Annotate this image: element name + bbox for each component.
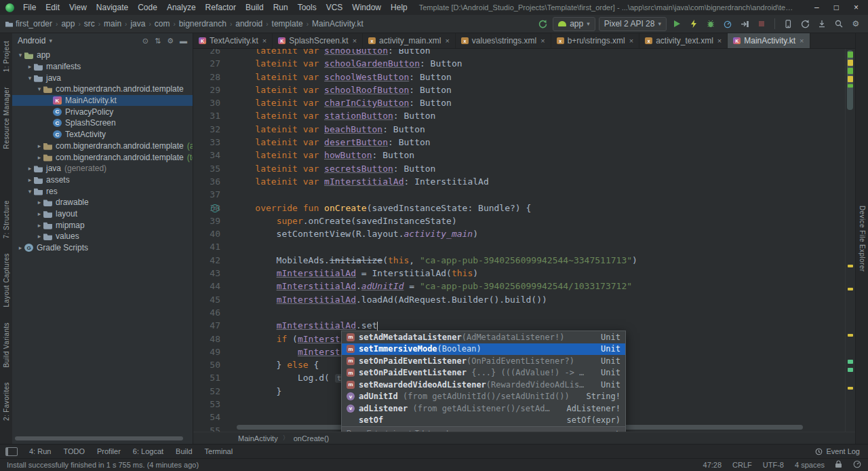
tree-arrow-icon[interactable]: ▾ xyxy=(35,86,43,92)
menu-code[interactable]: Code xyxy=(133,3,162,12)
tree-arrow-icon[interactable]: ▸ xyxy=(26,165,34,172)
device-selector[interactable]: Pixel 2 API 28 ▾ xyxy=(599,17,667,31)
tree-item-res[interactable]: ▾res xyxy=(12,185,193,197)
completion-item-setonpaideventlistener[interactable]: msetOnPaidEventListener(OnPaidEventListe… xyxy=(342,355,625,367)
run-configuration-selector[interactable]: app ▾ xyxy=(553,17,595,31)
breadcrumb-com[interactable]: com xyxy=(155,19,170,29)
sync-project-icon[interactable] xyxy=(536,17,549,31)
tab-b-ru-strings-xml[interactable]: xb+ru\strings.xml× xyxy=(551,33,639,48)
inspection-mark[interactable] xyxy=(848,368,853,372)
tree-arrow-icon[interactable]: ▸ xyxy=(35,199,43,206)
completion-item-setimmersivemode[interactable]: msetImmersiveMode(Boolean)Unit xyxy=(342,343,625,356)
editor-breadcrumb-oncreate[interactable]: onCreate() xyxy=(294,434,330,442)
tree-item-values[interactable]: ▸values xyxy=(12,231,193,242)
close-tab-icon[interactable]: × xyxy=(353,37,357,45)
settings-gear-icon[interactable]: ⚙ xyxy=(167,37,174,45)
tree-arrow-icon[interactable]: ▸ xyxy=(35,154,43,161)
minimize-button[interactable]: – xyxy=(814,3,819,12)
override-marker-icon[interactable]: ↑ xyxy=(211,204,219,212)
menu-help[interactable]: Help xyxy=(386,3,412,12)
menu-build[interactable]: Build xyxy=(241,3,269,12)
tab-activity-main-xml[interactable]: xactivity_main.xml× xyxy=(363,33,456,48)
menu-analyze[interactable]: Analyze xyxy=(162,3,201,12)
memory-indicator-icon[interactable] xyxy=(853,460,861,470)
line-separator[interactable]: CRLF xyxy=(732,461,752,469)
tool-button-layout-captures[interactable]: Layout Captures xyxy=(3,252,10,308)
code-line-30[interactable]: 30 lateinit var charInCityButton: Button xyxy=(193,96,845,109)
code-line-32[interactable]: 32 lateinit var beachButton: Button xyxy=(193,123,845,136)
completion-item-adunitid[interactable]: vadUnitId (from getAdUnitId()/setAdUnitI… xyxy=(342,391,625,403)
tree-item-privacypolicy[interactable]: CPrivacyPolicy xyxy=(12,106,193,117)
code-line-44[interactable]: 44 mInterstitialAd.adUnitId = "ca-app-pu… xyxy=(193,280,845,293)
expand-collapse-icon[interactable]: ⇅ xyxy=(155,37,161,45)
close-button[interactable]: × xyxy=(854,3,859,12)
apply-changes-button[interactable] xyxy=(687,17,701,31)
close-tab-icon[interactable]: × xyxy=(540,37,545,45)
inspection-mark[interactable] xyxy=(848,288,853,290)
tree-item-java-generated[interactable]: ▸java(generated) xyxy=(12,163,193,174)
run-button[interactable] xyxy=(670,17,684,31)
inspection-mark[interactable] xyxy=(848,68,853,74)
toolwindow-button-todo[interactable]: TODO xyxy=(57,447,91,455)
menu-edit[interactable]: Edit xyxy=(41,3,64,12)
tree-arrow-icon[interactable]: ▾ xyxy=(16,52,24,58)
inspection-mark[interactable] xyxy=(848,84,853,88)
tree-item-assets[interactable]: ▸assets xyxy=(12,174,193,186)
tab-values-strings-xml[interactable]: xvalues\strings.xml× xyxy=(456,33,551,48)
breadcrumb-java[interactable]: java xyxy=(130,19,145,29)
code-line-39[interactable]: 39 super.onCreate(savedInstanceState) xyxy=(193,214,845,227)
tree-arrow-icon[interactable]: ▸ xyxy=(35,233,43,240)
tree-item-com-bignerdranch-android-template-test[interactable]: ▸com.bignerdranch.android.template(test) xyxy=(12,151,193,163)
project-horizontal-scrollbar[interactable] xyxy=(15,436,183,440)
code-line-37[interactable]: 37 xyxy=(193,188,845,201)
tree-arrow-icon[interactable]: ▸ xyxy=(35,143,43,149)
menu-refactor[interactable]: Refactor xyxy=(201,3,241,12)
tree-item-textactivity[interactable]: CTextActivity xyxy=(12,129,193,140)
menu-vcs[interactable]: VCS xyxy=(321,3,348,12)
tree-arrow-icon[interactable]: ▾ xyxy=(26,75,34,81)
breadcrumb-android[interactable]: android xyxy=(235,19,262,29)
close-tab-icon[interactable]: × xyxy=(717,37,722,45)
project-view-selector[interactable]: Android ▾ xyxy=(18,36,52,45)
code-line-36[interactable]: 36 lateinit var mInterstitialAd: Interst… xyxy=(193,175,845,188)
code-line-28[interactable]: 28 lateinit var schoolWestButton: Button xyxy=(193,71,845,83)
inspection-mark[interactable] xyxy=(848,265,853,267)
indent-setting[interactable]: 4 spaces xyxy=(795,461,825,469)
menu-file[interactable]: File xyxy=(18,3,41,12)
tree-arrow-icon[interactable]: ▸ xyxy=(35,210,43,217)
code-editor[interactable]: 26 lateinit var schoolButton: Button27 l… xyxy=(193,49,855,432)
completion-item-setrewardedvideoadlistener[interactable]: msetRewardedVideoAdListener(RewardedVide… xyxy=(342,379,625,391)
hide-panel-icon[interactable]: ▬ xyxy=(180,37,187,45)
code-line-43[interactable]: 43 mInterstitialAd = InterstitialAd(this… xyxy=(193,267,845,280)
tree-arrow-icon[interactable]: ▸ xyxy=(26,63,34,70)
breadcrumb-template[interactable]: template xyxy=(272,19,303,29)
toolwindow-button-4-run[interactable]: 4: Run xyxy=(23,447,57,455)
tab-activity-text-xml[interactable]: xactivity_text.xml× xyxy=(639,33,728,48)
breadcrumb-app[interactable]: app xyxy=(61,19,75,29)
breadcrumb-main[interactable]: main xyxy=(104,19,121,29)
attach-debugger-button[interactable] xyxy=(738,17,751,31)
tree-item-drawable[interactable]: ▸drawable xyxy=(12,197,193,208)
completion-item-adlistener[interactable]: vadListener (from getAdListener()/setAd…… xyxy=(342,402,625,415)
toolwindow-button-terminal[interactable]: Terminal xyxy=(199,447,239,455)
toolwindow-button-profiler[interactable]: Profiler xyxy=(91,447,127,455)
tree-item-app[interactable]: ▾app xyxy=(12,50,193,61)
tree-item-com-bignerdranch-android-template-androidtest[interactable]: ▸com.bignerdranch.android.template(andro… xyxy=(12,140,193,152)
tree-item-java[interactable]: ▾java xyxy=(12,72,193,83)
tool-button-2-favorites[interactable]: 2: Favorites xyxy=(3,381,10,422)
inspection-mark[interactable] xyxy=(848,387,853,390)
code-line-26[interactable]: 26 lateinit var schoolButton: Button xyxy=(193,49,845,57)
completion-item-setof[interactable]: setOfsetOf(expr) xyxy=(342,415,625,427)
tree-item-layout[interactable]: ▸layout xyxy=(12,208,193,220)
kebab-menu-icon[interactable]: ⋮ xyxy=(614,429,621,432)
inspection-mark[interactable] xyxy=(848,334,853,337)
sdk-manager-button[interactable] xyxy=(815,17,829,31)
locate-file-icon[interactable]: ⊙ xyxy=(142,37,149,45)
tree-item-gradle-scripts[interactable]: ▸GGradle Scripts xyxy=(12,242,193,254)
tab-splashscreen-kt[interactable]: KSplashScreen.kt× xyxy=(273,33,363,48)
code-line-33[interactable]: 33 lateinit var desertButton: Button xyxy=(193,136,845,149)
code-line-34[interactable]: 34 lateinit var howButton: Button xyxy=(193,149,845,162)
completion-item-setadmetadatalistener[interactable]: msetAdMetadataListener(AdMetadataListene… xyxy=(342,331,625,343)
menu-run[interactable]: Run xyxy=(269,3,293,12)
maximize-button[interactable]: □ xyxy=(834,3,839,12)
